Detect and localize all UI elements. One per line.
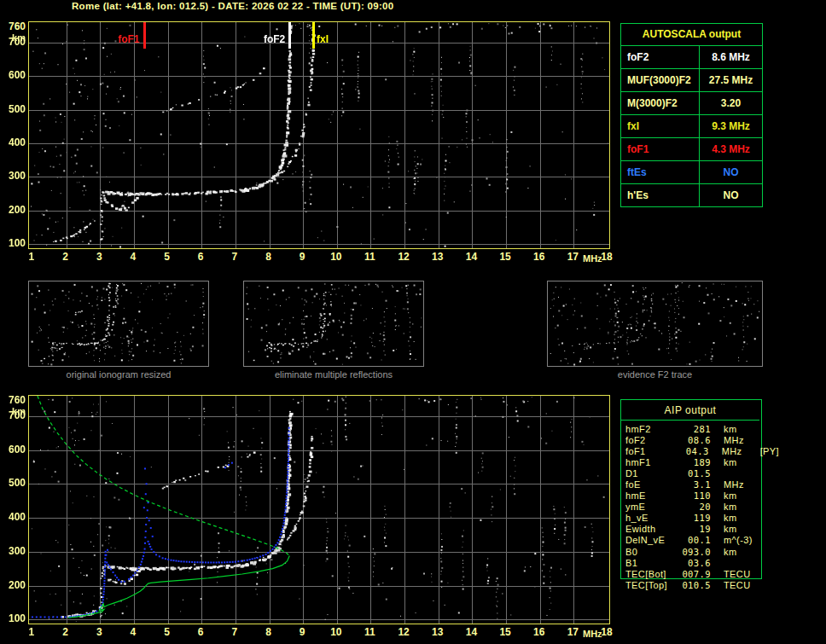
- aip-table-rows: hmF2281kmfoF208.6MHzfoF104.3MHz[PY]hmF11…: [620, 423, 779, 590]
- x-tick-label: 9: [289, 252, 315, 262]
- y-tick-label: 100: [2, 238, 26, 248]
- thumbnail-evidence-canvas: [548, 281, 762, 366]
- autoscala-row-h'Es: h'EsNO: [621, 184, 762, 206]
- x-tick-label: 15: [492, 627, 518, 637]
- autoscala-row-label: M(3000)F2: [621, 92, 700, 114]
- aip-row-label: TEC[Bot]: [620, 569, 682, 579]
- autoscala-row-label: h'Es: [621, 184, 700, 206]
- y-tick-label: 200: [2, 580, 26, 590]
- aip-row-value: 19: [682, 524, 711, 534]
- aip-row-value: 110: [682, 490, 711, 501]
- x-tick-label: 1: [19, 252, 44, 262]
- aip-row-D1: D101.5: [620, 467, 779, 479]
- x-tick-label: 11: [357, 627, 382, 637]
- x-tick-label: 5: [154, 252, 180, 262]
- aip-row-unit: TECU: [711, 569, 761, 579]
- page-title: Rome (lat: +41.8, lon: 012.5) - DATE: 20…: [72, 1, 393, 11]
- aip-row-unit: MHz: [711, 435, 761, 445]
- thumbnail-evidence-f2: [547, 281, 763, 367]
- aip-row-B0: B0093.0km: [620, 546, 779, 557]
- aip-row-unit: TECU: [711, 580, 761, 590]
- aip-row-hmE: hmE110km: [620, 490, 779, 502]
- x-tick-label: 13: [425, 252, 451, 262]
- marker-label-fxI: fxI: [317, 34, 329, 44]
- x-tick-label: 12: [391, 627, 416, 637]
- x-tick-label: 10: [323, 252, 349, 262]
- aip-row-unit: m^(-3): [711, 535, 761, 545]
- aip-row-value: 281: [682, 424, 711, 434]
- aip-row-label: TEC[Top]: [620, 580, 682, 590]
- y-tick-label: 600: [2, 444, 26, 455]
- x-tick-label: 11: [357, 252, 382, 262]
- aip-row-foF2: foF208.6MHz: [620, 434, 779, 445]
- autoscala-row-value: 8.6 MHz: [700, 51, 762, 63]
- y-tick-label: 200: [2, 205, 26, 215]
- aip-row-ymE: ymE20km: [620, 502, 779, 513]
- aip-row-value: 119: [682, 513, 711, 523]
- y-tick-label: 400: [2, 137, 26, 148]
- aip-row-label: h_vE: [620, 513, 682, 523]
- aip-header-separator: [621, 420, 759, 421]
- x-tick-label: 16: [526, 627, 552, 637]
- x-tick-label: 2: [53, 252, 79, 262]
- thumbnail-original-ionogram: [28, 281, 209, 367]
- aip-row-Ewidth: Ewidth19km: [620, 524, 779, 535]
- aip-row-value: 007.9: [682, 569, 711, 579]
- autoscala-row-value: 9.3 MHz: [700, 120, 762, 132]
- profile-ionogram-canvas: [29, 396, 609, 624]
- aip-row-unit: km: [711, 513, 761, 523]
- x-tick-label: 3: [86, 252, 112, 262]
- x-tick-label: 5: [154, 627, 180, 637]
- y-axis-unit-label: km: [7, 407, 26, 416]
- aip-row-hmF1: hmF1189km: [620, 456, 779, 467]
- autoscala-row-value: NO: [700, 166, 762, 178]
- autoscala-row-value: 4.3 MHz: [700, 143, 762, 155]
- autoscala-row-label: MUF(3000)F2: [621, 69, 700, 91]
- aip-row-label: foE: [620, 479, 682, 490]
- thumbnail-caption-evidence: evidence F2 trace: [547, 369, 763, 380]
- x-tick-label: 8: [256, 252, 282, 262]
- aip-row-value: 3.1: [682, 479, 711, 490]
- x-tick-label: 17: [560, 627, 585, 637]
- thumbnail-eliminate-multiples: [243, 281, 424, 367]
- aip-row-unit: MHz: [709, 446, 759, 456]
- x-axis-unit-label: MHz: [583, 629, 602, 639]
- x-tick-label: 15: [492, 252, 518, 262]
- x-tick-label: 14: [458, 627, 484, 637]
- thumbnail-caption-original: original ionogram resized: [28, 369, 209, 380]
- y-tick-label: 500: [2, 478, 26, 488]
- scaled-ionogram-plot: [28, 21, 610, 249]
- aip-row-unit: km: [711, 547, 761, 557]
- y-tick-label: 760: [2, 21, 26, 32]
- aip-row-value: 01.5: [682, 468, 711, 479]
- aip-row-unit: km: [711, 502, 761, 512]
- aip-row-label: Ewidth: [620, 524, 682, 534]
- autoscala-row-foF2: foF28.6 MHz: [621, 46, 762, 69]
- x-tick-label: 10: [323, 627, 349, 637]
- thumbnail-original-canvas: [29, 281, 208, 366]
- x-tick-label: 7: [222, 252, 247, 262]
- x-tick-label: 9: [289, 627, 315, 637]
- scaled-ionogram-canvas: [29, 22, 609, 248]
- aip-row-label: hmF1: [620, 457, 682, 467]
- autoscala-app-screen: { "title": "Rome (lat: +41.8, lon: 012.5…: [0, 0, 826, 644]
- marker-label-foF1: foF1: [118, 34, 139, 44]
- x-tick-label: 12: [391, 252, 416, 262]
- y-tick-label: 400: [2, 512, 26, 522]
- x-tick-label: 2: [53, 627, 79, 637]
- x-tick-label: 4: [120, 627, 146, 637]
- autoscala-table-rows: foF28.6 MHzMUF(3000)F227.5 MHzM(3000)F23…: [621, 46, 762, 206]
- marker-label-foF2: foF2: [264, 34, 285, 44]
- aip-row-label: foF2: [620, 435, 682, 445]
- thumbnail-eliminate-canvas: [244, 281, 423, 366]
- autoscala-row-value: 27.5 MHz: [700, 74, 762, 86]
- autoscala-row-value: NO: [700, 189, 762, 201]
- aip-row-value: 189: [682, 457, 711, 467]
- aip-row-value: 093.0: [682, 547, 711, 557]
- aip-row-value: 08.6: [682, 435, 711, 445]
- y-tick-label: 100: [2, 613, 26, 624]
- profile-ionogram-plot: [28, 395, 610, 624]
- aip-row-label: D1: [620, 468, 682, 479]
- autoscala-row-label: foF2: [621, 46, 700, 68]
- x-tick-label: 3: [86, 627, 112, 637]
